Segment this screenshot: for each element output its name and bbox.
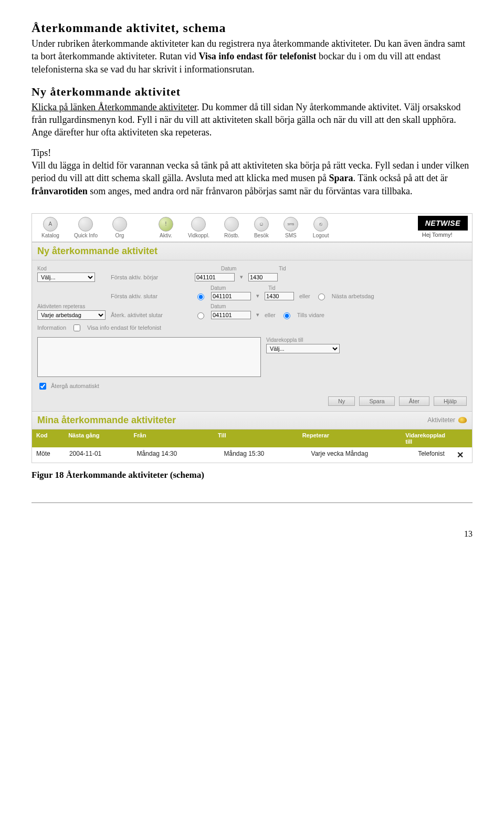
toolbar-rostb[interactable]: Röstb. xyxy=(219,216,245,239)
org-icon xyxy=(112,217,127,232)
toolbar-katalog[interactable]: A Katalog xyxy=(36,216,65,239)
th-vk: Vidarekopplad till xyxy=(401,430,449,447)
vidarekoppla-select[interactable]: Välj... xyxy=(266,344,340,353)
spara-button[interactable]: Spara xyxy=(359,396,394,406)
th-rep: Repeterar xyxy=(298,430,402,447)
activities-icon xyxy=(458,417,467,423)
recurring-end-date-input[interactable] xyxy=(211,311,251,319)
ater-button[interactable]: Åter xyxy=(399,396,429,406)
next-workday-label: Nästa arbetsdag xyxy=(332,293,374,299)
aterga-checkbox[interactable] xyxy=(39,383,46,390)
visa-info-label: Visa info endast för telefonist xyxy=(87,324,161,331)
th-till: Till xyxy=(214,430,298,447)
repeat-column-label: Aktiviteten repeteras xyxy=(37,303,195,309)
toolbar-vidkoppl[interactable]: Vidkoppl. xyxy=(183,216,215,239)
app-screenshot: A Katalog Quick Info Org ! Aktiv. Vidkop… xyxy=(32,213,472,463)
eller-label: eller xyxy=(299,293,310,299)
end-time-input[interactable] xyxy=(265,292,294,300)
sms-icon: sms xyxy=(284,217,298,232)
tips-label: Tips! xyxy=(32,148,51,158)
besok-icon: ☺ xyxy=(254,217,269,232)
form-body: Kod Datum Tid Välj... Första aktiv. börj… xyxy=(32,260,472,411)
heading-2: Ny återkommande aktivitet xyxy=(32,85,472,99)
cell-till: Måndag 15:30 xyxy=(220,447,307,463)
recurring-end-date-radio[interactable] xyxy=(195,311,206,319)
first-end-label: Första aktiv. slutar xyxy=(111,293,190,299)
end-date-input[interactable] xyxy=(211,292,251,300)
aterga-label: Återgå automatiskt xyxy=(51,383,99,389)
datum-column-label-3: Datum xyxy=(211,303,226,309)
vidkoppl-icon xyxy=(191,217,206,232)
start-date-input[interactable] xyxy=(195,273,235,281)
kod-column-label: Kod xyxy=(37,266,106,271)
intro-paragraph: Under rubriken återkommande aktiviteter … xyxy=(32,37,472,76)
toolbar-org[interactable]: Org xyxy=(107,216,132,239)
information-textarea[interactable] xyxy=(37,337,261,377)
greeting-text: Hej Tommy! xyxy=(418,231,468,239)
figure-caption: Figur 18 Återkommande aktiviteter (schem… xyxy=(32,469,472,481)
table-row[interactable]: Möte 2004-11-01 Måndag 14:30 Måndag 15:3… xyxy=(32,447,472,463)
toolbar-logout[interactable]: ⎋ Logout xyxy=(308,216,334,239)
th-fran: Från xyxy=(130,430,214,447)
aktiv-icon: ! xyxy=(159,217,173,232)
toolbar: A Katalog Quick Info Org ! Aktiv. Vidkop… xyxy=(32,214,472,242)
datum-column-label-2: Datum xyxy=(211,285,253,291)
recurring-end-label: Återk. aktivitet slutar xyxy=(111,312,190,318)
body-paragraph: Klicka på länken Återkommande aktivitete… xyxy=(32,101,472,139)
netwise-logo: NETWISE xyxy=(418,216,468,231)
datum-column-label: Datum xyxy=(221,266,263,271)
until-further-label: Tills vidare xyxy=(297,312,324,318)
cell-rep: Varje vecka Måndag xyxy=(307,447,414,463)
heading-1: Återkommande aktivitet, schema xyxy=(32,21,472,35)
kod-select[interactable]: Välj... xyxy=(37,273,95,282)
cell-nasta: 2004-11-01 xyxy=(65,447,133,463)
table-header-row: Kod Nästa gång Från Till Repeterar Vidar… xyxy=(32,430,472,447)
list-title: Mina återkommande aktiviteter xyxy=(37,415,176,426)
toolbar-quickinfo[interactable]: Quick Info xyxy=(69,216,103,239)
form-section-header: Ny återkommande aktivitet xyxy=(32,242,472,260)
catalog-icon: A xyxy=(43,217,58,232)
cell-vk: Telefonist xyxy=(414,447,449,463)
ny-button[interactable]: Ny xyxy=(328,396,355,406)
th-kod: Kod xyxy=(32,430,64,447)
quickinfo-icon xyxy=(78,217,93,232)
toolbar-sms[interactable]: sms SMS xyxy=(278,216,303,239)
end-date-radio[interactable] xyxy=(195,292,206,300)
cell-kod: Möte xyxy=(32,447,65,463)
date-dropdown-icon[interactable]: ▾ xyxy=(240,274,243,280)
logout-icon: ⎋ xyxy=(313,217,328,232)
repeat-select[interactable]: Varje arbetsdag xyxy=(37,310,106,320)
aktiviteter-link[interactable]: Aktiviteter xyxy=(427,416,455,424)
information-label: Information xyxy=(37,324,66,331)
eller-label-2: eller xyxy=(265,312,276,318)
toolbar-besok[interactable]: ☺ Besök xyxy=(249,216,274,239)
rostb-icon xyxy=(224,217,239,232)
page-number: 13 xyxy=(32,529,472,539)
date-dropdown-icon[interactable]: ▾ xyxy=(256,311,259,318)
hjalp-button[interactable]: Hjälp xyxy=(434,396,467,406)
start-time-input[interactable] xyxy=(248,273,278,281)
until-further-radio[interactable] xyxy=(281,311,292,319)
th-nasta: Nästa gång xyxy=(64,430,129,447)
next-workday-radio[interactable] xyxy=(316,292,327,300)
visa-info-checkbox[interactable] xyxy=(74,324,80,331)
vidarekoppla-label: Vidarekoppla till xyxy=(266,337,340,343)
list-section-header: Mina återkommande aktiviteter Aktivitete… xyxy=(32,411,472,430)
delete-row-icon[interactable]: ✕ xyxy=(449,447,472,463)
toolbar-aktiv[interactable]: ! Aktiv. xyxy=(153,216,178,239)
tid-column-label: Tid xyxy=(279,266,286,271)
cell-fran: Måndag 14:30 xyxy=(132,447,219,463)
tid-column-label-2: Tid xyxy=(268,285,276,291)
first-start-label: Första aktiv. börjar xyxy=(111,274,190,280)
tips-paragraph: Tips! Vill du lägga in deltid för varann… xyxy=(32,146,472,197)
footer-divider xyxy=(32,502,472,503)
form-title: Ny återkommande aktivitet xyxy=(37,246,158,257)
date-dropdown-icon[interactable]: ▾ xyxy=(256,292,259,299)
